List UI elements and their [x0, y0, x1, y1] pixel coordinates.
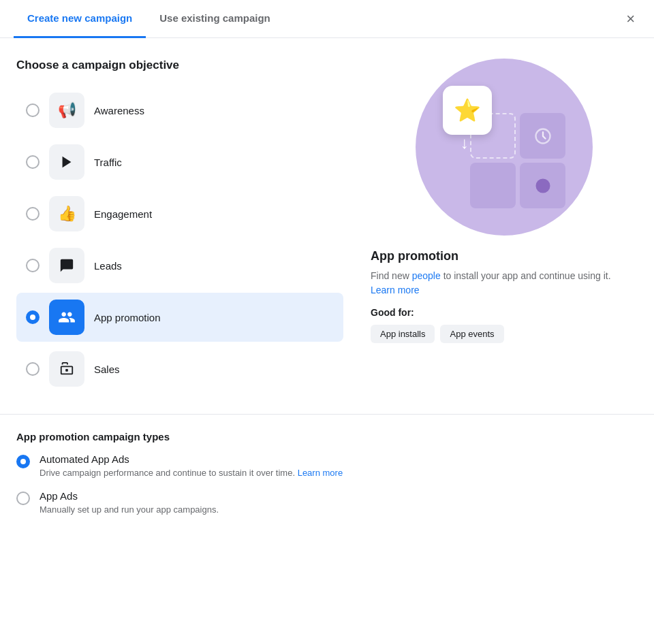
awareness-icon: 📢 [49, 93, 84, 128]
automated-learn-more-link[interactable]: Learn more [298, 468, 343, 478]
engagement-label: Engagement [94, 208, 152, 220]
illus-cell-4 [520, 163, 565, 208]
good-for-title: Good for: [371, 307, 638, 318]
promo-desc-before: Find new [371, 270, 412, 281]
illus-cell-3 [470, 163, 516, 208]
leads-label: Leads [94, 260, 122, 272]
svg-rect-1 [65, 369, 68, 372]
radio-leads[interactable] [26, 259, 40, 272]
main-content: Choose a campaign objective 📢 Awareness … [0, 38, 654, 414]
engagement-icon: 👍 [49, 196, 84, 231]
campaign-types-title: App promotion campaign types [16, 431, 638, 442]
section-title: Choose a campaign objective [16, 59, 343, 72]
automated-text: Automated App Ads Drive campaign perform… [40, 453, 343, 479]
arrow-down-icon: ↓ [461, 133, 469, 152]
promo-people-link[interactable]: people [412, 270, 441, 281]
objective-item-awareness[interactable]: 📢 Awareness [16, 86, 343, 135]
campaign-types-section: App promotion campaign types Automated A… [0, 414, 654, 547]
radio-app-promotion[interactable] [26, 310, 40, 324]
sales-icon [49, 351, 84, 387]
modal-header: Create new campaign Use existing campaig… [0, 0, 654, 38]
app-promotion-label: App promotion [94, 312, 161, 323]
leads-icon [49, 248, 84, 283]
objective-item-leads[interactable]: Leads [16, 241, 343, 290]
objective-item-engagement[interactable]: 👍 Engagement [16, 189, 343, 238]
radio-automated[interactable] [16, 455, 30, 468]
campaign-type-automated[interactable]: Automated App Ads Drive campaign perform… [16, 453, 638, 479]
objective-item-sales[interactable]: Sales [16, 344, 343, 393]
radio-traffic[interactable] [26, 155, 40, 169]
illus-cell-2 [520, 113, 565, 159]
tag-app-installs: App installs [371, 325, 435, 343]
tab-use-existing-campaign[interactable]: Use existing campaign [146, 0, 284, 38]
radio-app-ads[interactable] [16, 492, 30, 505]
svg-point-3 [535, 178, 550, 193]
objective-item-app-promotion[interactable]: App promotion [16, 293, 343, 342]
campaign-type-app-ads[interactable]: App Ads Manually set up and run your app… [16, 490, 638, 516]
sales-label: Sales [94, 364, 120, 375]
traffic-label: Traffic [94, 157, 122, 168]
awareness-label: Awareness [94, 105, 144, 116]
objective-item-traffic[interactable]: Traffic [16, 138, 343, 187]
automated-label: Automated App Ads [40, 453, 343, 465]
radio-engagement[interactable] [26, 207, 40, 221]
illus-inner: ⭐ ↓ [443, 86, 565, 208]
promo-illustration: ⭐ ↓ [416, 59, 593, 236]
app-promotion-icon [49, 300, 84, 335]
promo-panel: ⭐ ↓ [371, 59, 638, 393]
promo-learn-more-link[interactable]: Learn more [371, 285, 420, 295]
promo-tags: App installs App events [371, 325, 638, 343]
promo-title: App promotion [371, 249, 638, 263]
objective-list: 📢 Awareness Traffic 👍 Engagement [16, 86, 343, 393]
traffic-icon [49, 144, 84, 180]
automated-desc-text: Drive campaign performance and continue … [40, 468, 295, 478]
automated-desc: Drive campaign performance and continue … [40, 467, 343, 479]
svg-marker-0 [63, 157, 72, 168]
radio-awareness[interactable] [26, 103, 40, 117]
app-ads-text: App Ads Manually set up and run your app… [40, 490, 219, 516]
app-ads-label: App Ads [40, 490, 219, 502]
tag-app-events: App events [440, 325, 503, 343]
tab-create-new-campaign[interactable]: Create new campaign [14, 0, 146, 38]
objectives-panel: Choose a campaign objective 📢 Awareness … [16, 59, 343, 393]
promo-desc-after: to install your app and continue using i… [441, 270, 611, 281]
radio-sales[interactable] [26, 362, 40, 376]
app-ads-desc: Manually set up and run your app campaig… [40, 504, 219, 516]
star-card: ⭐ [443, 86, 492, 135]
close-button[interactable]: × [621, 9, 640, 29]
promo-description: Find new people to install your app and … [371, 269, 638, 297]
